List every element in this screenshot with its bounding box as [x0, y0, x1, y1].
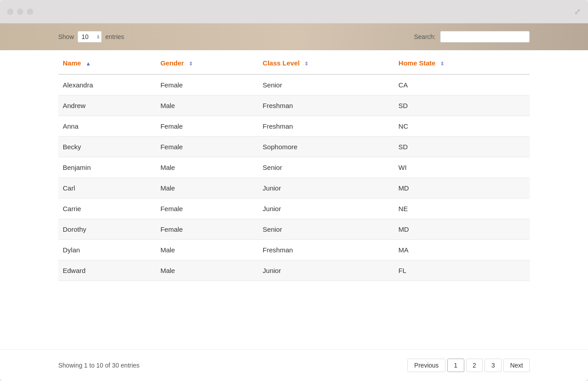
cell-home_state: NC	[394, 116, 530, 137]
data-table: Name ▲ Gender ⇕ Class Level ⇕ Home State…	[58, 50, 530, 281]
next-button[interactable]: Next	[503, 359, 530, 372]
cell-name: Alexandra	[58, 74, 156, 95]
cell-class_level: Senior	[258, 157, 394, 178]
search-input[interactable]	[440, 31, 530, 43]
showing-text: Showing 1 to 10 of 30 entries	[58, 362, 139, 369]
cell-home_state: MA	[394, 240, 530, 260]
cell-gender: Female	[156, 74, 258, 95]
cell-home_state: MD	[394, 219, 530, 240]
cell-gender: Male	[156, 157, 258, 178]
column-gender-label: Gender	[160, 59, 184, 67]
column-header-home-state[interactable]: Home State ⇕	[394, 50, 530, 74]
table-body: AlexandraFemaleSeniorCAAndrewMaleFreshma…	[58, 74, 530, 281]
cell-name: Anna	[58, 116, 156, 137]
page-button-3[interactable]: 3	[484, 359, 502, 372]
cell-name: Dorothy	[58, 219, 156, 240]
cell-gender: Male	[156, 95, 258, 116]
show-entries-control: Show 10 25 50 100 entries	[58, 31, 124, 43]
entries-select[interactable]: 10 25 50 100	[78, 31, 102, 43]
table-header-row: Name ▲ Gender ⇕ Class Level ⇕ Home State…	[58, 50, 530, 74]
close-button[interactable]	[7, 9, 13, 15]
column-name-label: Name	[63, 59, 81, 67]
column-header-class-level[interactable]: Class Level ⇕	[258, 50, 394, 74]
cell-home_state: NE	[394, 199, 530, 219]
maximize-button[interactable]	[27, 9, 33, 15]
cell-home_state: CA	[394, 74, 530, 95]
cell-gender: Female	[156, 137, 258, 157]
sort-both-icon-class: ⇕	[304, 61, 308, 67]
cell-home_state: SD	[394, 95, 530, 116]
cell-home_state: WI	[394, 157, 530, 178]
sort-both-icon-state: ⇕	[440, 61, 444, 67]
cell-class_level: Junior	[258, 199, 394, 219]
minimize-button[interactable]	[17, 9, 23, 15]
search-label: Search:	[414, 33, 436, 40]
cell-name: Becky	[58, 137, 156, 157]
expand-icon[interactable]: ⤢	[574, 7, 581, 17]
content-area: Name ▲ Gender ⇕ Class Level ⇕ Home State…	[0, 50, 588, 349]
table-row: DorothyFemaleSeniorMD	[58, 219, 530, 240]
sort-asc-icon: ▲	[86, 61, 91, 67]
column-header-gender[interactable]: Gender ⇕	[156, 50, 258, 74]
cell-home_state: MD	[394, 178, 530, 199]
cell-gender: Male	[156, 240, 258, 260]
cell-name: Dylan	[58, 240, 156, 260]
table-footer: Showing 1 to 10 of 30 entries Previous 1…	[0, 349, 588, 381]
table-row: DylanMaleFreshmanMA	[58, 240, 530, 260]
cell-home_state: FL	[394, 260, 530, 281]
cell-gender: Female	[156, 199, 258, 219]
cell-class_level: Freshman	[258, 116, 394, 137]
cell-gender: Male	[156, 260, 258, 281]
table-row: EdwardMaleJuniorFL	[58, 260, 530, 281]
table-row: AnnaFemaleFreshmanNC	[58, 116, 530, 137]
cell-class_level: Junior	[258, 260, 394, 281]
sort-both-icon-gender: ⇕	[189, 61, 193, 67]
page-button-2[interactable]: 2	[466, 359, 483, 372]
table-row: BenjaminMaleSeniorWI	[58, 157, 530, 178]
search-area: Search:	[414, 31, 530, 43]
cell-gender: Male	[156, 178, 258, 199]
cell-gender: Female	[156, 219, 258, 240]
cell-class_level: Junior	[258, 178, 394, 199]
cell-name: Carl	[58, 178, 156, 199]
cell-class_level: Senior	[258, 219, 394, 240]
table-row: BeckyFemaleSophomoreSD	[58, 137, 530, 157]
table-row: AndrewMaleFreshmanSD	[58, 95, 530, 116]
pagination: Previous 1 2 3 Next	[407, 359, 530, 372]
column-header-name[interactable]: Name ▲	[58, 50, 156, 74]
window: ⤢ Show 10 25 50 100 entries Search:	[0, 0, 588, 381]
table-row: AlexandraFemaleSeniorCA	[58, 74, 530, 95]
cell-gender: Female	[156, 116, 258, 137]
cell-name: Benjamin	[58, 157, 156, 178]
traffic-lights	[7, 9, 33, 15]
header-bar: Show 10 25 50 100 entries Search:	[0, 23, 588, 50]
previous-button[interactable]: Previous	[407, 359, 445, 372]
table-row: CarlMaleJuniorMD	[58, 178, 530, 199]
cell-name: Edward	[58, 260, 156, 281]
column-home-state-label: Home State	[398, 59, 436, 67]
page-button-1[interactable]: 1	[447, 359, 464, 372]
cell-name: Andrew	[58, 95, 156, 116]
title-bar: ⤢	[0, 0, 588, 23]
entries-select-wrapper: 10 25 50 100	[78, 31, 102, 43]
cell-class_level: Freshman	[258, 95, 394, 116]
column-class-level-label: Class Level	[263, 59, 300, 67]
cell-name: Carrie	[58, 199, 156, 219]
entries-label: entries	[105, 33, 124, 40]
cell-home_state: SD	[394, 137, 530, 157]
cell-class_level: Senior	[258, 74, 394, 95]
cell-class_level: Freshman	[258, 240, 394, 260]
table-row: CarrieFemaleJuniorNE	[58, 199, 530, 219]
show-label: Show	[58, 33, 74, 40]
cell-class_level: Sophomore	[258, 137, 394, 157]
